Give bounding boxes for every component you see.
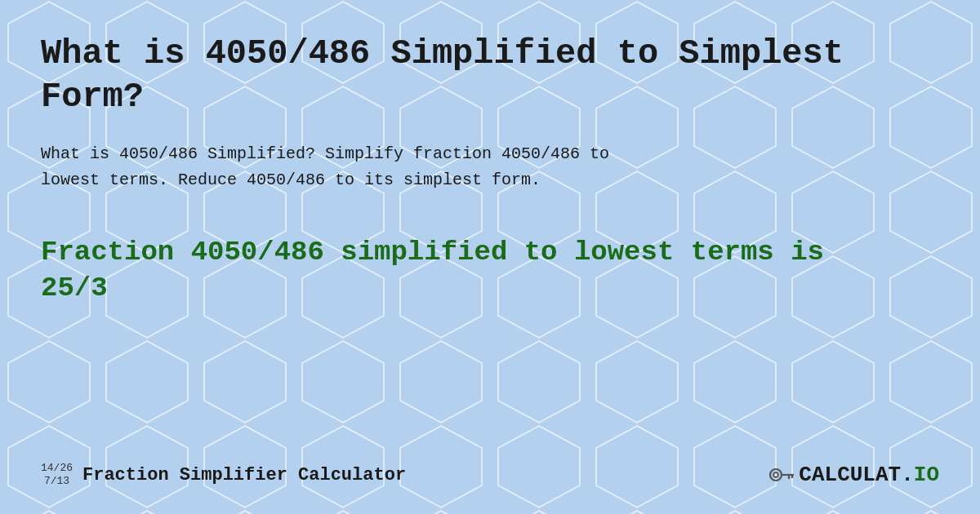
description-line1: What is 4050/486 Simplified? Simplify fr… (41, 144, 609, 163)
footer: 14/26 7/13 Fraction Simplifier Calculato… (41, 452, 939, 490)
svg-point-6 (773, 472, 778, 477)
footer-left: 14/26 7/13 Fraction Simplifier Calculato… (41, 462, 406, 487)
site-title: Fraction Simplifier Calculator (82, 465, 406, 485)
description-line2: lowest terms. Reduce 4050/486 to its sim… (41, 171, 541, 189)
logo-text: CALCULAT.IO (799, 463, 939, 487)
logo: CALCULAT.IO (766, 460, 939, 490)
description-text: What is 4050/486 Simplified? Simplify fr… (41, 141, 939, 193)
key-icon (766, 460, 795, 490)
page-title: What is 4050/486 Simplified to Simplest … (41, 33, 939, 118)
footer-fraction-bottom: 7/13 (44, 475, 69, 488)
result-line1: Fraction 4050/486 simplified to lowest t… (41, 234, 939, 270)
footer-fraction-top: 14/26 (41, 462, 73, 475)
svg-point-5 (770, 469, 782, 481)
result-line2: 25/3 (41, 270, 939, 306)
result-text: Fraction 4050/486 simplified to lowest t… (41, 234, 939, 306)
footer-fraction: 14/26 7/13 (41, 462, 73, 487)
